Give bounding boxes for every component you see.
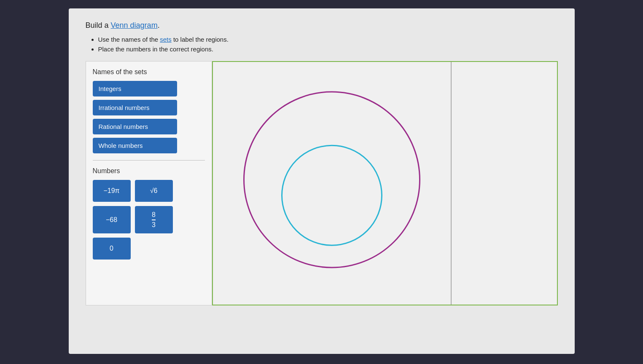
rational-button[interactable]: Rational numbers xyxy=(93,119,177,134)
left-panel: Names of the sets Integers Irrational nu… xyxy=(86,61,212,305)
page-container: Build a Venn diagram. Use the names of t… xyxy=(69,8,575,354)
whole-numbers-button[interactable]: Whole numbers xyxy=(93,138,177,153)
bullet-list: Use the names of the sets to label the r… xyxy=(98,36,558,53)
instruction-title: Build a Venn diagram. xyxy=(86,21,558,30)
inner-circle[interactable] xyxy=(281,145,382,246)
neg19pi-button[interactable]: −19π xyxy=(93,180,131,202)
sets-link[interactable]: sets xyxy=(160,36,172,43)
venn-main-area[interactable] xyxy=(213,62,452,305)
main-content: Names of the sets Integers Irrational nu… xyxy=(86,61,558,305)
bullet-1: Use the names of the sets to label the r… xyxy=(98,36,558,43)
numbers-section-title: Numbers xyxy=(93,167,205,175)
numbers-grid: −19π √6 −68 8 3 0 xyxy=(93,180,205,260)
irrational-button[interactable]: Irrational numbers xyxy=(93,100,177,115)
venn-diagram-link[interactable]: Venn diagram xyxy=(111,21,158,29)
instruction-text: Build a xyxy=(86,21,111,29)
sets-section-title: Names of the sets xyxy=(93,68,205,76)
venn-diagram-area[interactable] xyxy=(212,61,558,305)
panel-divider xyxy=(93,160,205,161)
frac83-button[interactable]: 8 3 xyxy=(135,206,173,233)
instruction-period: . xyxy=(158,21,160,29)
integers-button[interactable]: Integers xyxy=(93,81,177,96)
venn-side-area[interactable] xyxy=(452,62,557,305)
zero-button[interactable]: 0 xyxy=(93,238,131,260)
bullet-2: Place the numbers in the correct regions… xyxy=(98,46,558,53)
neg68-button[interactable]: −68 xyxy=(93,206,131,233)
sqrt6-button[interactable]: √6 xyxy=(135,180,173,202)
